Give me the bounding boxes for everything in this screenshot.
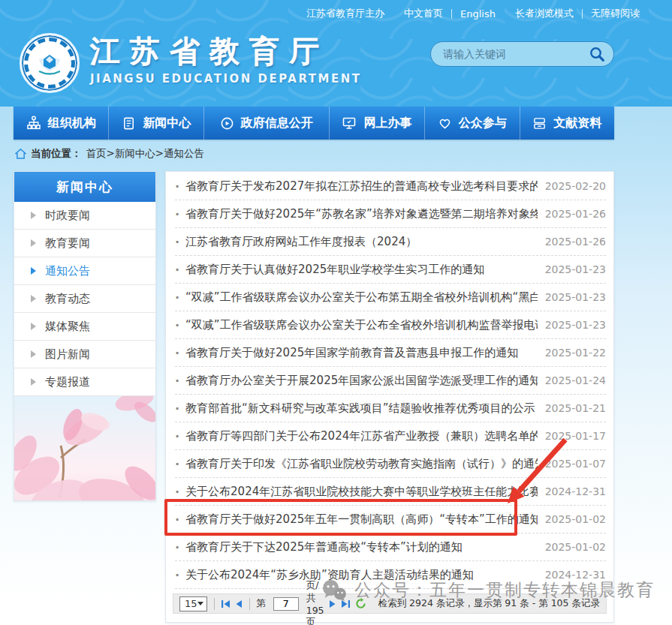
magnolia-flower-image	[14, 396, 155, 500]
sidebar-item-label: 通知公告	[45, 264, 90, 278]
topbar-link-elder-mode[interactable]: 长者浏览模式	[515, 7, 574, 20]
sidebar-item-special-reports[interactable]: 专题报道	[14, 368, 155, 396]
notice-date: 2025-01-26	[545, 236, 606, 248]
nav-item-news-center[interactable]: 新闻中心	[109, 107, 203, 140]
notice-row: 省教育厅关于做好2025年国家学前教育普及普惠县申报工作的通知 2025-01-…	[175, 339, 606, 367]
refresh-icon[interactable]	[355, 598, 366, 610]
notice-link[interactable]: 关于公布2024年江苏省职业院校技能大赛中等职业学校班主任能力比赛获奖...	[185, 485, 538, 499]
topbar-link-english[interactable]: English	[460, 8, 496, 20]
topbar-link-accessibility[interactable]: 无障碍阅读	[591, 7, 640, 20]
nav-label: 政府信息公开	[241, 116, 313, 131]
bullet	[175, 179, 179, 194]
notice-row: “双减”工作省级联席会议办公室关于公布全省校外培训机构监督举报电话的公... 2…	[175, 311, 606, 339]
topbar-link-chinese-home[interactable]: 中文首页	[404, 7, 443, 20]
sidebar: 新闻中心 时政要闻 教育要闻 通知公告 教育动态 媒体聚焦 图片新闻 专题报道	[14, 171, 156, 501]
nav-item-online-service[interactable]: 网上办事	[330, 107, 425, 140]
search-icon[interactable]	[588, 45, 606, 63]
topbar: 江苏省教育厅主办 中文首页 English 长者浏览模式 无障碍阅读	[306, 7, 640, 20]
prev-page-icon[interactable]	[235, 598, 243, 610]
chevron-down-icon	[197, 602, 203, 605]
notice-link[interactable]: 省教育厅办公室关于开展2025年国家公派出国留学选派受理工作的通知	[185, 374, 538, 388]
bullet	[175, 207, 179, 221]
notice-link[interactable]: 省教育厅关于认真做好2025年职业学校学生实习工作的通知	[185, 263, 538, 277]
notice-date: 2024-12-31	[545, 569, 606, 581]
sidebar-item-notices[interactable]: 通知公告	[14, 257, 155, 285]
nav-item-documents[interactable]: 文献资料	[520, 107, 614, 140]
sidebar-title[interactable]: 新闻中心	[14, 172, 155, 202]
notice-link[interactable]: 省教育厅关于做好2025年国家学前教育普及普惠县申报工作的通知	[185, 346, 538, 360]
bullet	[175, 235, 179, 249]
sidebar-item-media-focus[interactable]: 媒体聚焦	[14, 313, 155, 341]
search-box	[430, 41, 614, 67]
page-size-select[interactable]: 15	[179, 596, 207, 611]
bullet	[175, 568, 179, 582]
notice-row: 省教育厅关于认真做好2025年职业学校学生实习工作的通知 2025-01-23	[175, 256, 606, 284]
notice-link[interactable]: “双减”工作省级联席会议办公室关于公布第五期全省校外培训机构“黑白名单...	[185, 290, 538, 305]
notice-date: 2025-01-26	[545, 208, 606, 220]
bullet	[175, 374, 179, 388]
notice-link[interactable]: 教育部首批“新文科研究与改革实践项目”结题验收推荐优秀项目的公示	[185, 401, 538, 416]
notice-date: 2025-01-17	[545, 430, 606, 442]
nav-item-public-participation[interactable]: 公众参与	[425, 107, 520, 140]
page-number-input[interactable]	[273, 597, 299, 611]
nav-label: 网上办事	[363, 116, 411, 131]
notice-link[interactable]: 省教育厅关于下达2025年普通高校“专转本”计划的通知	[185, 540, 538, 554]
site-title: 江苏省教育厅	[90, 35, 362, 68]
nav-label: 组织机构	[48, 116, 96, 131]
notice-date: 2024-12-31	[545, 485, 606, 497]
arrow-right-icon	[31, 295, 36, 302]
notice-row: 教育部首批“新文科研究与改革实践项目”结题验收推荐优秀项目的公示 2025-01…	[175, 395, 606, 422]
info-disclosure-icon	[220, 116, 234, 131]
notice-row-highlighted: 省教育厅关于做好2025年五年一贯制高职（高师）“专转本”工作的通知 2025-…	[175, 506, 606, 533]
header-band: 江苏省教育厅主办 中文首页 English 长者浏览模式 无障碍阅读 江苏省教育…	[0, 0, 672, 107]
page-size-value: 15	[185, 598, 197, 609]
notice-date: 2025-01-22	[545, 347, 606, 359]
bullet	[175, 429, 179, 443]
notice-date: 2025-01-21	[545, 402, 606, 414]
topbar-divider	[451, 9, 452, 19]
breadcrumb-prefix: 当前位置：	[31, 147, 82, 161]
nav-item-info-disclosure[interactable]: 政府信息公开	[204, 107, 330, 140]
notice-date: 2025-01-07	[545, 458, 606, 470]
notice-date: 2025-01-02	[545, 541, 606, 553]
sidebar-item-label: 媒体聚焦	[45, 320, 90, 334]
notice-link[interactable]: 省教育厅关于印发《江苏省职业院校劳动教育实施指南（试行）》的通知	[185, 457, 538, 471]
notice-link[interactable]: 省教育厅等四部门关于公布2024年江苏省产业教授（兼职）选聘名单的通知	[185, 429, 538, 443]
main-nav: 组织机构 新闻中心 政府信息公开 网上办事 公众参与	[14, 107, 614, 140]
sidebar-item-label: 教育动态	[45, 292, 90, 306]
sidebar-item-education-news[interactable]: 教育要闻	[14, 230, 155, 257]
sidebar-item-label: 专题报道	[45, 375, 90, 389]
nav-item-organization[interactable]: 组织机构	[14, 107, 109, 140]
department-emblem-icon	[20, 33, 80, 93]
sidebar-item-photo-news[interactable]: 图片新闻	[14, 341, 155, 368]
notice-link[interactable]: 省教育厅关于做好2025年“苏教名家”培养对象遴选暨第二期培养对象终期...	[185, 207, 538, 221]
topbar-link-host[interactable]: 江苏省教育厅主办	[306, 7, 384, 20]
breadcrumb-path[interactable]: 首页>新闻中心>通知公告	[86, 147, 205, 161]
next-page-icon[interactable]	[329, 598, 336, 610]
first-page-icon[interactable]	[221, 598, 231, 610]
heart-icon	[438, 116, 452, 131]
notice-date: 2025-01-23	[545, 291, 606, 303]
sidebar-item-label: 时政要闻	[45, 209, 90, 223]
notice-link[interactable]: 关于公布2024年“苏乡永助”资助育人主题活动结果的通知	[185, 568, 538, 582]
last-page-icon[interactable]	[341, 598, 351, 610]
site-logo[interactable]: 江苏省教育厅 JIANGSU EDUCATION DEPARTMENT	[20, 33, 362, 93]
news-icon	[122, 116, 136, 131]
notice-row: 省教育厅办公室关于开展2025年国家公派出国留学选派受理工作的通知 2025-0…	[175, 367, 606, 395]
site-subtitle: JIANGSU EDUCATION DEPARTMENT	[90, 72, 362, 86]
notice-link[interactable]: 江苏省教育厅政府网站工作年度报表（2024）	[185, 235, 538, 249]
notice-link[interactable]: 省教育厅关于做好2025年五年一贯制高职（高师）“专转本”工作的通知	[185, 512, 538, 527]
page-label-suffix: 页/共 195 页	[306, 579, 324, 625]
notice-row: 江苏省教育厅政府网站工作年度报表（2024） 2025-01-26	[175, 228, 606, 256]
sidebar-item-education-trends[interactable]: 教育动态	[14, 285, 155, 313]
notice-row: 关于公布2024年江苏省职业院校技能大赛中等职业学校班主任能力比赛获奖... 2…	[175, 478, 606, 506]
bullet	[175, 512, 179, 527]
sidebar-item-current-politics[interactable]: 时政要闻	[14, 202, 155, 230]
bullet	[175, 318, 179, 332]
search-input[interactable]	[443, 48, 588, 60]
breadcrumb: 当前位置： 首页>新闻中心>通知公告	[15, 147, 204, 161]
nav-label: 公众参与	[459, 116, 507, 131]
notice-link[interactable]: 省教育厅关于发布2027年拟在江苏招生的普通高校专业选考科目要求的公告	[185, 179, 538, 194]
notice-link[interactable]: “双减”工作省级联席会议办公室关于公布全省校外培训机构监督举报电话的公...	[185, 318, 538, 332]
notice-row: 省教育厅关于做好2025年“苏教名家”培养对象遴选暨第二期培养对象终期... 2…	[175, 200, 606, 228]
